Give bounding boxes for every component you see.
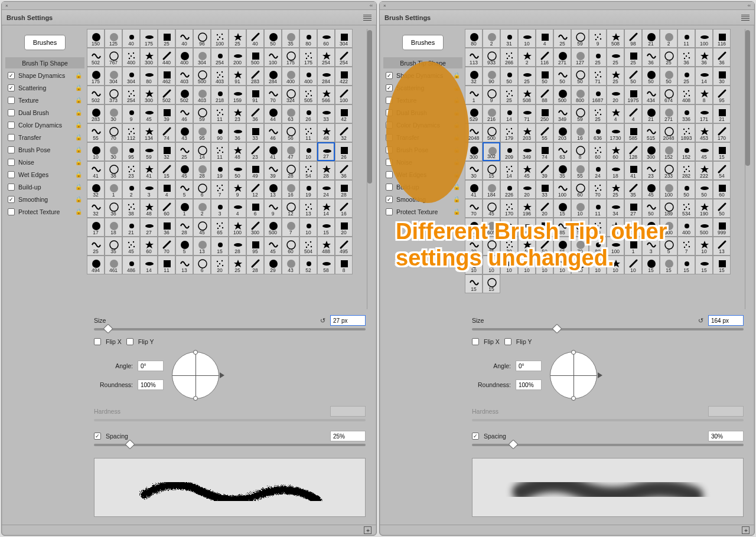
brush-tip[interactable]: 209 [500,142,518,161]
lock-icon[interactable]: 🔒 [75,109,82,116]
brush-tip[interactable]: 250 [536,104,553,123]
brush-tip[interactable]: 2 [193,199,211,218]
brush-tip[interactable]: 50 [642,199,660,218]
brush-tip[interactable]: 80 [465,29,483,48]
brush-tip[interactable]: 1975 [624,86,642,104]
brush-tip[interactable]: 34 [607,199,624,218]
brush-tip[interactable]: 336 [677,104,695,123]
close-icon[interactable]: × [383,3,386,8]
brush-tip[interactable]: 495 [335,237,353,256]
brush-tip[interactable]: 200 [229,48,246,67]
brush-tip[interactable]: 14 [500,104,518,123]
new-preset-icon[interactable]: ＋ [364,526,372,534]
spacing-slider[interactable] [472,444,744,446]
brush-tip[interactable]: 10 [518,29,536,48]
brush-tip[interactable]: 30 [713,67,731,86]
brush-tip[interactable]: 25 [553,29,571,48]
brush-tip[interactable]: 152 [660,142,677,161]
brush-tip[interactable]: 45 [175,161,193,180]
brush-tip[interactable]: 18 [607,161,624,180]
brush-tip[interactable]: 27 [140,218,158,237]
brush-tip[interactable]: 48 [229,142,246,161]
brush-tip[interactable]: 28 [229,237,246,256]
brush-tip[interactable]: 254 [317,48,335,67]
angle-input[interactable] [516,361,542,371]
brush-tip[interactable]: 500 [264,218,282,237]
brush-tip[interactable]: 11 [677,29,695,48]
brush-tip[interactable]: 25 [500,86,518,104]
brush-tip[interactable]: 440 [158,48,175,67]
option-shape-dynamics[interactable]: Shape Dynamics 🔒 [5,70,84,81]
brush-tip[interactable]: 400 [299,67,317,86]
brush-tip[interactable]: 12 [246,180,264,199]
brush-tip[interactable]: 15 [158,161,175,180]
brush-tip[interactable]: 38 [122,199,140,218]
brush-tip[interactable]: 500 [193,67,211,86]
checkbox[interactable] [8,184,15,191]
option-smoothing[interactable]: Smoothing 🔒 [5,194,84,205]
flipy-checkbox[interactable] [504,338,511,345]
brush-tip[interactable]: 15 [465,274,483,293]
brush-tip[interactable]: 585 [624,123,642,142]
brush-tip[interactable]: 55 [536,123,553,142]
brush-tip[interactable]: 1730 [607,123,624,142]
option-texture[interactable]: Texture 🔒 [5,94,84,106]
brush-tip[interactable]: 216 [483,104,500,123]
brush-tip[interactable]: 500 [483,123,500,142]
checkbox[interactable] [8,84,15,91]
checkbox[interactable] [8,159,15,166]
lock-icon[interactable]: 🔒 [75,184,82,190]
brush-tip[interactable]: 15 [483,274,500,293]
brush-tip[interactable]: 8 [695,86,713,104]
lock-icon[interactable]: 🔒 [75,97,82,103]
brush-tip[interactable]: 48 [317,123,335,142]
brush-tip[interactable]: 36 [335,161,353,180]
brush-tip[interactable]: 9 [229,180,246,199]
brush-tip[interactable]: 45 [122,237,140,256]
brush-tip[interactable]: 15 [317,218,335,237]
brush-tip[interactable]: 100 [553,180,571,199]
brush-tip[interactable]: 125 [105,29,122,48]
brush-tip[interactable]: 25 [229,29,246,48]
brush-tip[interactable]: 254 [122,86,140,104]
brush-tip[interactable]: 271 [553,48,571,67]
brush-tip[interactable]: 408 [677,86,695,104]
brush-tip[interactable]: 21 [122,218,140,237]
spacing-input[interactable] [330,431,366,441]
brush-tip[interactable]: 505 [299,86,317,104]
brush-tip[interactable]: 50 [695,180,713,199]
brush-tip[interactable]: 304 [335,29,353,48]
brush-tip[interactable]: 25 [158,29,175,48]
brush-tip[interactable]: 282 [677,161,695,180]
brush-tip[interactable]: 1893 [677,123,695,142]
checkbox[interactable] [386,84,393,91]
brush-tip[interactable]: 36 [158,218,175,237]
brush-tip[interactable]: 10 [571,199,589,218]
brush-tip[interactable]: 16 [571,123,589,142]
brush-tip[interactable]: 70 [105,123,122,142]
brush-tip[interactable]: 35 [624,180,642,199]
brush-tip[interactable]: 70 [589,180,607,199]
brush-tip[interactable]: 27 [624,199,642,218]
brush-tip[interactable]: 25 [589,104,607,123]
brush-tip[interactable]: 502 [87,48,105,67]
brush-tip[interactable]: 502 [87,86,105,104]
brush-tip[interactable]: 152 [677,142,695,161]
brush-tip[interactable]: 50 [500,67,518,86]
brush-tip[interactable]: 100 [229,218,246,237]
brush-tip[interactable]: 300 [246,218,264,237]
brush-tip[interactable]: 31 [500,29,518,48]
brush-tip[interactable]: 54 [713,161,731,180]
brush-tip[interactable]: 59 [571,29,589,48]
brush-tip[interactable]: 60 [607,142,624,161]
brush-tip[interactable]: 502 [158,86,175,104]
brush-tip[interactable]: 502 [175,86,193,104]
brush-tip[interactable]: 43 [175,123,193,142]
brush-tip[interactable]: 13 [193,237,211,256]
brush-tip[interactable]: 36 [229,123,246,142]
brush-tip[interactable]: 25 [589,48,607,67]
brush-tip[interactable]: 21 [713,104,731,123]
checkbox[interactable] [8,171,15,178]
brush-tip[interactable]: 28 [317,161,335,180]
brush-tip[interactable]: 32 [87,199,105,218]
